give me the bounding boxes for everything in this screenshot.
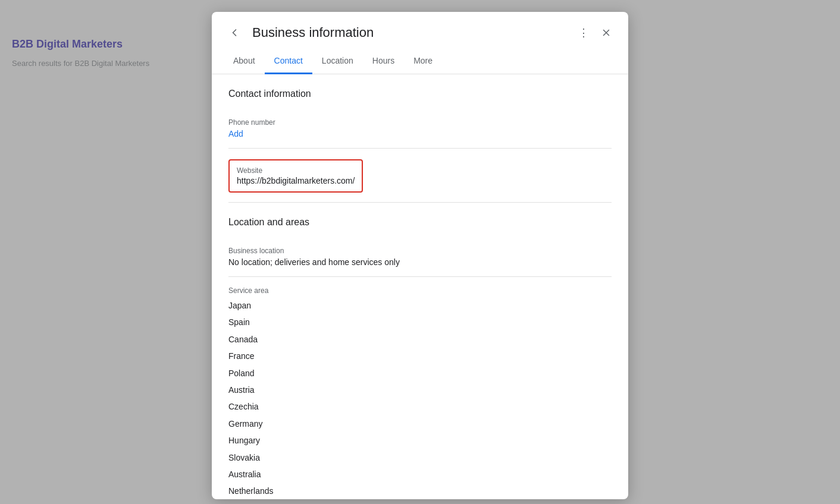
list-item: Hungary: [228, 432, 612, 449]
more-options-icon: ⋮: [578, 26, 589, 39]
contact-section-title: Contact information: [228, 89, 612, 99]
list-item: Japan: [228, 297, 612, 314]
list-item: Canada: [228, 331, 612, 348]
phone-field-row[interactable]: Phone number Add: [228, 109, 612, 149]
header-actions: ⋮: [573, 21, 616, 44]
list-item: Austria: [228, 382, 612, 398]
tab-contact[interactable]: Contact: [265, 49, 312, 74]
business-info-dialog: Business information ⋮ About Contact Loc…: [212, 12, 628, 499]
dialog-header: Business information ⋮: [212, 12, 628, 44]
location-section-title: Location and areas: [228, 217, 612, 228]
list-item: Spain: [228, 314, 612, 330]
tab-more[interactable]: More: [404, 49, 442, 74]
business-location-field[interactable]: Business location No location; deliverie…: [228, 237, 612, 277]
list-item: France: [228, 348, 612, 364]
list-item: Poland: [228, 365, 612, 382]
tab-location[interactable]: Location: [312, 49, 363, 74]
more-options-button[interactable]: ⋮: [573, 21, 594, 44]
service-area-list: JapanSpainCanadaFrancePolandAustriaCzech…: [228, 297, 612, 499]
phone-value[interactable]: Add: [228, 129, 612, 138]
list-item: Germany: [228, 415, 612, 432]
close-button[interactable]: [596, 23, 616, 43]
dialog-title: Business information: [252, 25, 573, 40]
website-label: Website: [237, 166, 355, 175]
list-item: Netherlands: [228, 483, 612, 499]
business-location-value: No location; deliveries and home service…: [228, 257, 612, 267]
back-button[interactable]: [224, 22, 245, 43]
dialog-tabs: About Contact Location Hours More: [212, 49, 628, 74]
dialog-body: Contact information Phone number Add Web…: [212, 74, 628, 499]
close-icon: [601, 27, 612, 38]
business-location-label: Business location: [228, 247, 612, 255]
phone-label: Phone number: [228, 118, 612, 127]
tab-hours[interactable]: Hours: [363, 49, 404, 74]
list-item: Australia: [228, 466, 612, 483]
website-value: https://b2bdigitalmarketers.com/: [237, 176, 355, 185]
tab-about[interactable]: About: [224, 49, 265, 74]
website-field-row[interactable]: Website https://b2bdigitalmarketers.com/: [228, 149, 612, 203]
list-item: Czechia: [228, 398, 612, 415]
website-highlighted-box[interactable]: Website https://b2bdigitalmarketers.com/: [228, 159, 363, 193]
service-area-label: Service area: [228, 286, 612, 295]
service-area-field[interactable]: Service area JapanSpainCanadaFrancePolan…: [228, 277, 612, 499]
list-item: Slovakia: [228, 449, 612, 466]
